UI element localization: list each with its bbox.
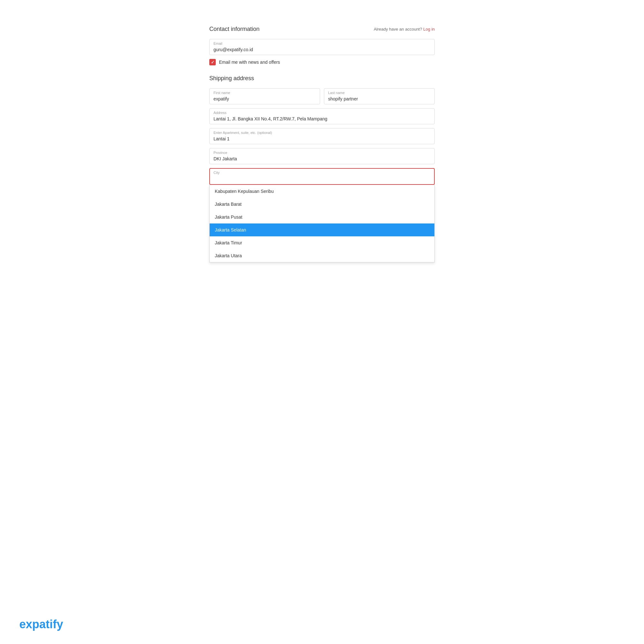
login-link[interactable]: Log in [423, 27, 435, 32]
brand-logo: expatify [19, 618, 63, 631]
name-row: First name Last name [209, 88, 435, 104]
apartment-input[interactable] [209, 128, 435, 144]
email-input[interactable] [209, 39, 435, 55]
city-option-3[interactable]: Jakarta Selatan [210, 223, 434, 236]
contact-section-header: Contact information Already have an acco… [209, 26, 435, 33]
newsletter-checkbox[interactable]: ✓ [209, 59, 216, 65]
brand-name: expatify [19, 618, 63, 631]
page-wrapper: Contact information Already have an acco… [0, 0, 644, 644]
email-group: Email [209, 39, 435, 55]
main-content: Contact information Already have an acco… [209, 26, 435, 280]
last-name-input[interactable] [324, 88, 435, 104]
city-dropdown-container: City Kabupaten Kepulauan Seribu Jakarta … [209, 168, 435, 185]
first-name-group: First name [209, 88, 320, 104]
city-option-0[interactable]: Kabupaten Kepulauan Seribu [210, 185, 434, 198]
checkmark-icon: ✓ [211, 60, 214, 65]
city-option-5[interactable]: Jakarta Utara [210, 249, 434, 262]
province-group: Province [209, 148, 435, 164]
first-name-input[interactable] [209, 88, 320, 104]
province-input[interactable] [209, 148, 435, 164]
apartment-group: Enter Apartment, suite, etc. (optional) [209, 128, 435, 144]
shipping-title: Shipping address [209, 75, 435, 82]
address-group: Address [209, 108, 435, 124]
city-input-wrapper: City [209, 168, 435, 185]
account-prompt: Already have an account? Log in [374, 27, 435, 32]
city-option-2[interactable]: Jakarta Pusat [210, 211, 434, 223]
city-input[interactable] [209, 168, 435, 185]
newsletter-label: Email me with news and offers [219, 60, 280, 65]
shipping-section: Shipping address First name Last name Ad… [209, 75, 435, 261]
city-option-4[interactable]: Jakarta Timur [210, 236, 434, 249]
city-option-1[interactable]: Jakarta Barat [210, 198, 434, 211]
contact-title: Contact information [209, 26, 260, 33]
last-name-group: Last name [324, 88, 435, 104]
newsletter-row: ✓ Email me with news and offers [209, 59, 435, 65]
city-dropdown-list: Kabupaten Kepulauan Seribu Jakarta Barat… [209, 185, 435, 262]
address-input[interactable] [209, 108, 435, 124]
